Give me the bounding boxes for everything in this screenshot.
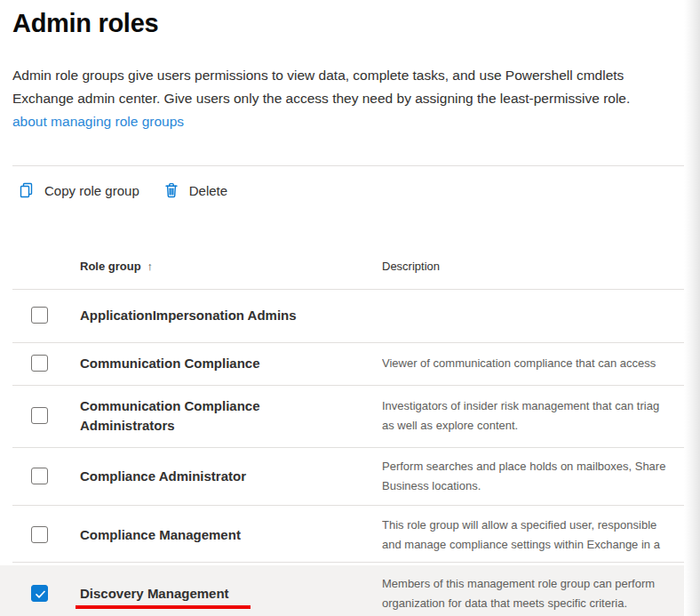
table-row[interactable]: Compliance ManagementThis role group wil… (0, 505, 684, 565)
row-checkbox[interactable] (31, 526, 48, 543)
sort-ascending-icon: ↑ (147, 260, 154, 273)
table-row[interactable]: Compliance AdministratorPerform searches… (0, 447, 684, 505)
role-group-name[interactable]: ApplicationImpersonation Admins (80, 289, 355, 342)
annotation-underline (76, 605, 251, 609)
column-header-description[interactable]: Description (382, 260, 440, 273)
role-group-name[interactable]: Discovery Management (80, 565, 355, 616)
row-checkbox[interactable] (31, 468, 48, 484)
page-title: Admin roles (12, 9, 158, 38)
toolbar: Copy role group Delete (18, 171, 227, 210)
description-line: Business locations. (382, 476, 684, 496)
role-group-name[interactable]: Communication Compliance (80, 342, 355, 385)
description-line: Viewer of communication compliance that … (382, 354, 684, 373)
intro-line-2: Exchange admin center. Give users only t… (12, 87, 684, 110)
table-row[interactable]: Discovery ManagementMembers of this mana… (0, 565, 684, 616)
description-line: This role group will allow a specified u… (382, 516, 684, 535)
role-group-name-line: Administrators (80, 416, 355, 436)
description-line: Investigators of insider risk management… (382, 396, 684, 416)
row-checkbox[interactable] (31, 307, 48, 324)
row-checkbox-checked[interactable] (31, 585, 48, 602)
copy-icon (18, 181, 36, 199)
role-group-name[interactable]: Compliance Administrator (80, 447, 355, 505)
admin-roles-page: Admin roles Admin role groups give users… (0, 0, 700, 616)
toolbar-top-divider (12, 165, 684, 166)
row-checkbox[interactable] (31, 407, 48, 424)
column-header-role-group-label: Role group (80, 260, 141, 273)
table-row[interactable]: Communication ComplianceViewer of commun… (0, 342, 684, 385)
role-group-name[interactable]: Communication ComplianceAdministrators (80, 385, 355, 447)
description-line: Perform searches and place holds on mail… (382, 457, 684, 476)
role-group-description: Members of this management role group ca… (382, 565, 684, 616)
role-group-name-line: Communication Compliance (80, 354, 355, 373)
table-row[interactable]: Communication ComplianceAdministratorsIn… (0, 385, 684, 447)
trash-icon (163, 181, 180, 199)
intro-text: Admin role groups give users permissions… (12, 64, 684, 133)
delete-label: Delete (189, 183, 227, 198)
role-group-name[interactable]: Compliance Management (80, 505, 355, 565)
role-group-description: Perform searches and place holds on mail… (382, 447, 684, 505)
table-row[interactable]: ApplicationImpersonation Admins (0, 289, 684, 342)
copy-role-group-button[interactable]: Copy role group (18, 181, 139, 199)
row-checkbox[interactable] (31, 355, 48, 372)
role-group-description: This role group will allow a specified u… (382, 505, 684, 565)
description-line: Members of this management role group ca… (382, 574, 684, 594)
role-group-name-line: Communication Compliance (80, 396, 355, 416)
role-group-description: Investigators of insider risk management… (382, 385, 684, 447)
panel-shadow-edge (684, 0, 700, 616)
role-group-name-line: ApplicationImpersonation Admins (80, 306, 355, 325)
main-content: Admin roles Admin role groups give users… (0, 0, 684, 616)
row-divider (12, 562, 684, 563)
description-line: organization for data that meets specifi… (382, 594, 684, 613)
description-line: as well as explore content. (382, 416, 684, 436)
role-group-name-line: Compliance Management (80, 525, 355, 545)
role-group-description: Viewer of communication compliance that … (382, 342, 684, 385)
description-line: and manage compliance settings within Ex… (382, 535, 684, 555)
intro-line-1: Admin role groups give users permissions… (12, 64, 684, 87)
delete-button[interactable]: Delete (163, 181, 227, 199)
role-group-name-line: Compliance Administrator (80, 467, 355, 486)
copy-role-group-label: Copy role group (44, 183, 139, 198)
role-group-description (382, 289, 684, 342)
learn-more-link[interactable]: about managing role groups (12, 114, 184, 129)
column-header-role-group[interactable]: Role group↑ (80, 260, 153, 273)
role-group-name-line: Discovery Management (80, 584, 355, 604)
checkmark-icon (34, 588, 47, 601)
